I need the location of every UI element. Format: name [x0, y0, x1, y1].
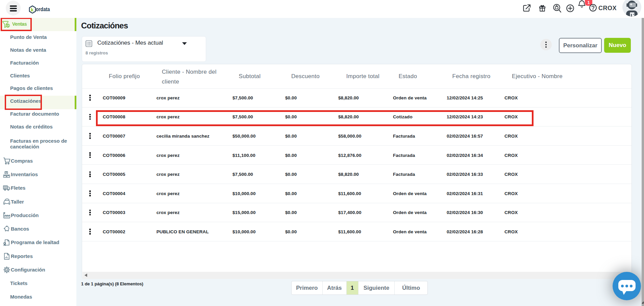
svg-text:k: k: [31, 7, 34, 13]
